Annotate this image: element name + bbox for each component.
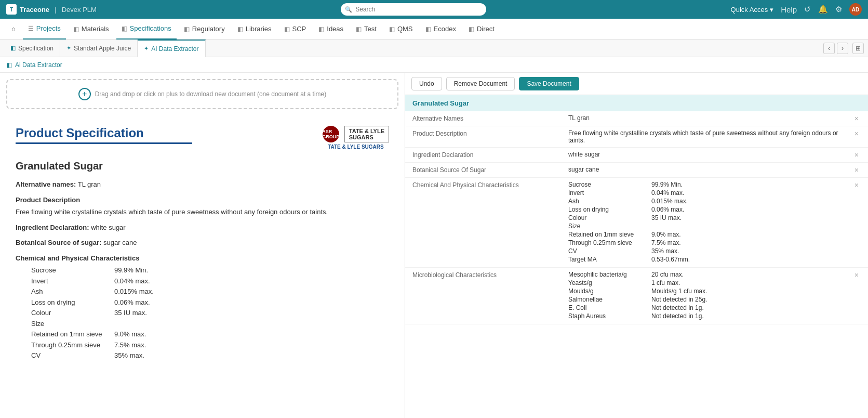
tab-standard-apple[interactable]: ✦ Standart Apple Juice <box>60 40 138 57</box>
settings-icon[interactable]: ⚙ <box>835 5 842 14</box>
sub-row: Mesophilic bacteria/g20 cfu max. <box>568 271 852 278</box>
product-desc-section: Product Description Free flowing white c… <box>16 195 389 217</box>
sub-field-value: 7.5% max. <box>651 239 681 246</box>
search-input[interactable] <box>341 3 486 16</box>
nav-item-test[interactable]: ◧ Test <box>351 19 382 40</box>
spec-header: Product Specification ASRGROUP TATE & LY… <box>16 126 389 150</box>
sub-row: Target MA0.53-0.67mm. <box>568 256 852 263</box>
close-field-button[interactable]: × <box>852 166 861 174</box>
ideas-icon: ◧ <box>318 25 324 33</box>
chem-value: 0.06% max. <box>114 297 150 308</box>
qms-icon: ◧ <box>389 25 395 33</box>
logo-icon: T <box>6 4 17 15</box>
sub-row: Yeasts/g1 cfu max. <box>568 279 852 286</box>
field-name: Product Description <box>412 129 568 137</box>
document-panel: + Drag and drop or click on plus to down… <box>0 73 405 418</box>
nav-home[interactable]: ⌂ <box>6 19 21 40</box>
nav-ideas-label: Ideas <box>327 25 343 33</box>
sub-field-value: 9.0% max. <box>651 231 681 238</box>
nav-item-ecodex[interactable]: ◧ Ecodex <box>420 19 461 40</box>
sub-field-value: Not detected in 25g. <box>651 296 707 303</box>
close-field-button[interactable]: × <box>852 114 861 123</box>
sub-field-value: 0.015% max. <box>651 198 688 205</box>
test-icon: ◧ <box>356 25 362 33</box>
tabs-bar: ◧ Specification ✦ Standart Apple Juice ✦… <box>0 40 868 57</box>
chem-row: Through 0.25mm sieve7.5% max. <box>31 340 389 350</box>
standard-apple-tab-icon: ✦ <box>66 45 71 51</box>
tate-lyle-sub: TATE & LYLE SUGARS <box>328 144 384 150</box>
data-section-header: Granulated Sugar <box>405 95 868 111</box>
nav-libraries-label: Libraries <box>246 25 272 33</box>
close-field-button[interactable]: × <box>852 129 861 138</box>
tab-specification[interactable]: ◧ Specification <box>4 40 60 57</box>
data-row: Chemical And Physical CharacteristicsSuc… <box>405 178 868 268</box>
tab-new-button[interactable]: ⊞ <box>852 43 864 54</box>
chem-table: Sucrose99.9% Min.Invert0.04% max.Ash0.01… <box>31 265 389 361</box>
data-scroll-area[interactable]: Granulated Sugar Alternative NamesTL gra… <box>405 95 868 418</box>
tate-lyle-block: TATE & LYLE SUGARS <box>344 126 389 142</box>
nav-regulatory-label: Regulatory <box>192 25 225 33</box>
breadcrumb-text[interactable]: Ai Data Extractor <box>15 61 62 69</box>
tab-prev-button[interactable]: ‹ <box>823 43 835 54</box>
upload-zone-text: Drag and drop or click on plus to downlo… <box>95 90 327 98</box>
avatar[interactable]: AD <box>849 3 862 16</box>
close-field-button[interactable]: × <box>852 271 861 279</box>
field-value: Sucrose99.9% Min.Invert0.04% max.Ash0.01… <box>568 181 852 264</box>
quick-access-button[interactable]: Quick Acces ▾ <box>731 6 774 14</box>
upload-plus-button[interactable]: + <box>78 88 91 100</box>
nav-item-regulatory[interactable]: ◧ Regulatory <box>179 19 230 40</box>
field-value: sugar cane <box>568 166 852 173</box>
close-field-button[interactable]: × <box>852 181 861 189</box>
close-field-button[interactable]: × <box>852 151 861 159</box>
refresh-icon[interactable]: ↺ <box>804 5 811 14</box>
nav-item-direct[interactable]: ◧ Direct <box>463 19 500 40</box>
tab-specification-label: Specification <box>18 45 54 52</box>
nav-direct-label: Direct <box>477 25 495 33</box>
asr-logo: ASRGROUP TATE & LYLE SUGARS <box>323 126 389 142</box>
nav-item-ideas[interactable]: ◧ Ideas <box>313 19 349 40</box>
sub-field-name: Loss on drying <box>568 206 651 213</box>
tab-next-button[interactable]: › <box>837 43 848 54</box>
chem-value: 99.9% Min. <box>114 265 148 276</box>
save-document-button[interactable]: Save Document <box>519 77 579 90</box>
undo-button[interactable]: Undo <box>411 77 442 90</box>
sub-row: Size <box>568 223 852 230</box>
sub-row: Staph AureusNot detected in 1g. <box>568 312 852 320</box>
botanical-label: Botanical Source of sugar: <box>16 239 101 246</box>
nav-item-projects[interactable]: ☰ Projects <box>23 19 66 40</box>
chem-name: Sucrose <box>31 265 114 276</box>
nav-item-qms[interactable]: ◧ QMS <box>384 19 418 40</box>
sub-field-name: CV <box>568 247 651 255</box>
breadcrumb-icon: ◧ <box>6 61 12 69</box>
specifications-icon: ◧ <box>122 25 127 32</box>
chem-value: 7.5% max. <box>114 340 146 350</box>
notification-icon[interactable]: 🔔 <box>818 5 828 14</box>
sub-field-value: 0.06% max. <box>651 206 684 213</box>
sub-row: Through 0.25mm sieve7.5% max. <box>568 239 852 246</box>
field-name: Chemical And Physical Characteristics <box>412 181 568 189</box>
sub-row: Moulds/gMoulds/g 1 cfu max. <box>568 288 852 295</box>
chem-name: Loss on drying <box>31 297 114 308</box>
help-label[interactable]: Help <box>781 5 797 14</box>
chem-row: Invert0.04% max. <box>31 276 389 286</box>
upload-zone[interactable]: + Drag and drop or click on plus to down… <box>6 79 398 109</box>
chem-name: Retained on 1mm sieve <box>31 329 114 339</box>
field-name: Botanical Source Of Sugar <box>412 166 568 174</box>
nav-ecodex-label: Ecodex <box>434 25 456 33</box>
nav-test-label: Test <box>364 25 377 33</box>
nav-item-materials[interactable]: ◧ Materials <box>68 19 114 40</box>
extracted-fields: Alternative NamesTL gran×Product Descrip… <box>405 111 868 324</box>
nav-item-libraries[interactable]: ◧ Libraries <box>232 19 277 40</box>
sub-field-name: Retained on 1mm sieve <box>568 231 651 238</box>
nav-item-specifications[interactable]: ◧ Specifications <box>116 19 177 40</box>
data-row: Product DescriptionFree flowing white cr… <box>405 126 868 148</box>
remove-document-button[interactable]: Remove Document <box>446 77 515 90</box>
direct-icon: ◧ <box>469 25 474 33</box>
brand-logo: ASRGROUP TATE & LYLE SUGARS TATE & LYLE … <box>323 126 389 150</box>
nav-item-scp[interactable]: ◧ SCP <box>279 19 312 40</box>
tab-ai-data-extractor[interactable]: ✦ AI Data Extractor <box>138 40 205 57</box>
sugars-label: SUGARS <box>349 134 373 140</box>
field-name: Alternative Names <box>412 114 568 122</box>
topbar: T Traceone | Devex PLM 🔍 Quick Acces ▾ H… <box>0 0 868 19</box>
chem-row: Retained on 1mm sieve9.0% max. <box>31 329 389 339</box>
